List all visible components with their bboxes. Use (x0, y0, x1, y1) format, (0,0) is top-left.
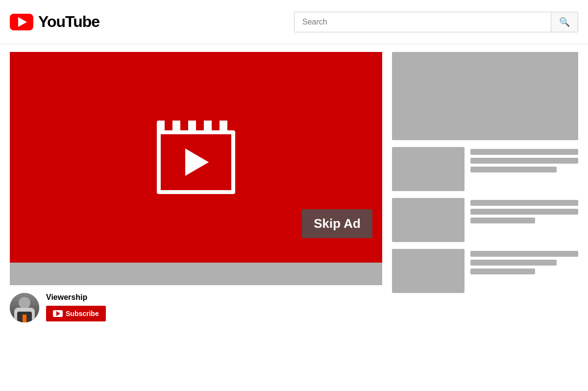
logo-container: YouTube (10, 13, 99, 31)
avatar-tie (23, 315, 26, 322)
suggested-title-line-2 (470, 158, 578, 164)
suggested-title-line-2 (470, 209, 578, 215)
sidebar (392, 52, 578, 322)
channel-name: Viewership (46, 293, 106, 302)
suggested-title-line-1 (470, 251, 578, 257)
subscribe-label: Subscribe (66, 310, 99, 318)
suggested-title-line-1 (470, 149, 578, 155)
avatar-head (19, 297, 30, 309)
film-clapper-icon (157, 121, 235, 194)
video-controls[interactable] (10, 263, 382, 285)
suggested-title-line-3 (470, 218, 535, 223)
suggested-thumbnail (392, 147, 465, 191)
video-player[interactable]: Skip Ad (10, 52, 382, 263)
subscribe-button[interactable]: Subscribe (46, 306, 106, 321)
subscribe-yt-icon (53, 310, 63, 317)
main-content: Skip Ad Viewership Subscribe (0, 44, 588, 330)
search-input[interactable] (294, 12, 551, 32)
search-icon: 🔍 (559, 17, 570, 27)
clapper-body (157, 130, 235, 194)
logo-text: YouTube (38, 13, 99, 31)
clapper-play-triangle (185, 148, 209, 176)
suggested-title-line-3 (470, 269, 535, 274)
suggested-info (470, 147, 578, 172)
suggested-item[interactable] (392, 147, 578, 191)
subscribe-yt-triangle (56, 311, 60, 316)
sidebar-top-banner (392, 52, 578, 140)
suggested-title-line-1 (470, 200, 578, 206)
header: YouTube 🔍 (0, 0, 588, 44)
search-button[interactable]: 🔍 (551, 12, 578, 32)
skip-ad-button[interactable]: Skip Ad (302, 209, 372, 238)
avatar-person (10, 293, 39, 322)
suggested-title-line-3 (470, 167, 557, 172)
search-container: 🔍 (294, 12, 578, 32)
youtube-play-triangle (18, 17, 27, 27)
suggested-thumbnail (392, 249, 465, 293)
suggested-info (470, 249, 578, 274)
youtube-logo-icon (10, 14, 33, 30)
suggested-item[interactable] (392, 249, 578, 293)
suggested-thumbnail (392, 198, 465, 242)
suggested-title-line-2 (470, 260, 557, 266)
channel-details: Viewership Subscribe (46, 293, 106, 321)
suggested-info (470, 198, 578, 223)
video-section: Skip Ad Viewership Subscribe (10, 52, 382, 322)
suggested-item[interactable] (392, 198, 578, 242)
channel-info: Viewership Subscribe (10, 293, 382, 322)
channel-avatar (10, 293, 39, 322)
